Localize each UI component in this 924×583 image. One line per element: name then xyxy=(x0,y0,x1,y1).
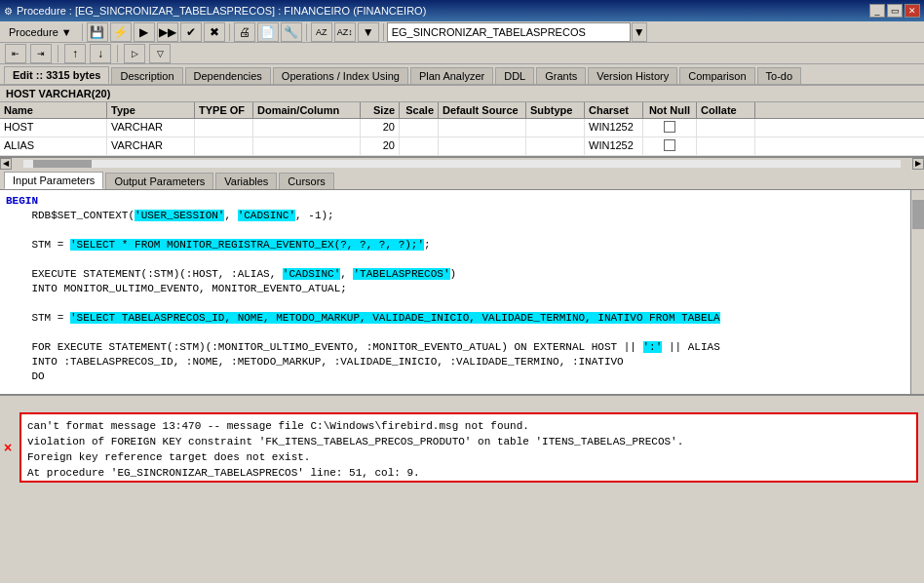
error-line-4: At procedure 'EG_SINCRONIZAR_TABELASPREC… xyxy=(27,465,910,481)
col-header-type: Type xyxy=(107,102,195,118)
code-line-11: FOR EXECUTE STATEMENT(:STM)(:MONITOR_ULT… xyxy=(6,340,918,355)
tab-todo[interactable]: To-do xyxy=(757,67,802,84)
code-line-8 xyxy=(6,296,918,311)
code-line-10 xyxy=(6,326,918,340)
close-button[interactable]: ✕ xyxy=(905,4,920,18)
tab-description[interactable]: Description xyxy=(111,67,182,84)
cancel-button[interactable]: ✖ xyxy=(204,22,225,42)
cell-typeof-1 xyxy=(195,137,253,155)
tab-comparison[interactable]: Comparison xyxy=(679,67,754,84)
sep4 xyxy=(383,23,384,41)
cell-domain-0 xyxy=(253,119,361,136)
run-button[interactable]: ▶ xyxy=(134,22,155,42)
error-line-3: Foreign key reference target does not ex… xyxy=(27,449,910,465)
tab-grants[interactable]: Grants xyxy=(536,67,586,84)
print2-button[interactable]: 📄 xyxy=(257,22,279,42)
unfold-button[interactable]: ▽ xyxy=(149,44,171,63)
col-header-subtype: Subtype xyxy=(526,102,585,118)
sep3 xyxy=(306,23,307,41)
cell-notnull-1[interactable] xyxy=(643,137,697,155)
az2-button[interactable]: AZ↕ xyxy=(334,22,356,42)
col-header-notnull: Not Null xyxy=(643,102,697,118)
tab-edit[interactable]: Edit :: 3315 bytes xyxy=(4,66,109,84)
up-button[interactable]: ↑ xyxy=(64,44,86,63)
tab-variables[interactable]: Variables xyxy=(215,173,277,189)
col-header-defsource: Default Source xyxy=(439,102,526,118)
print-button[interactable]: 🖨 xyxy=(234,22,255,42)
notnull-checkbox-0[interactable] xyxy=(664,121,675,133)
sep5 xyxy=(58,45,58,62)
cell-size-0: 20 xyxy=(361,119,400,136)
az-button[interactable]: AZ xyxy=(311,22,332,42)
col-header-size: Size xyxy=(361,102,400,118)
cell-domain-1 xyxy=(253,137,361,155)
options-button[interactable]: 🔧 xyxy=(281,22,302,42)
cell-type-0: VARCHAR xyxy=(107,119,195,136)
tab-output-params[interactable]: Output Parameters xyxy=(105,173,213,189)
check-button[interactable]: ✔ xyxy=(180,22,202,42)
cell-defsource-0 xyxy=(439,119,526,136)
sep2 xyxy=(229,23,230,41)
tab-cursors[interactable]: Cursors xyxy=(279,173,334,189)
save-button[interactable]: 💾 xyxy=(87,22,108,42)
tab-ddl[interactable]: DDL xyxy=(495,67,534,84)
indent2-button[interactable]: ⇥ xyxy=(30,44,52,63)
procedure-name-input[interactable] xyxy=(387,22,631,42)
scroll-right-btn[interactable]: ▶ xyxy=(912,158,924,170)
tab-operations[interactable]: Operations / Index Using xyxy=(273,67,408,84)
refresh-button[interactable]: ⚡ xyxy=(110,22,132,42)
tab-dependencies[interactable]: Dependencies xyxy=(185,67,271,84)
cell-notnull-0[interactable] xyxy=(643,119,697,136)
run-all-button[interactable]: ▶▶ xyxy=(157,22,178,42)
header-label: HOST VARCHAR(20) xyxy=(0,86,924,102)
cell-charset-1: WIN1252 xyxy=(585,137,643,155)
indent-button[interactable]: ⇤ xyxy=(5,44,26,63)
code-line-6: EXECUTE STATEMENT(:STM)(:HOST, :ALIAS, '… xyxy=(6,267,918,282)
tab-plan[interactable]: Plan Analyzer xyxy=(410,67,493,84)
down-button[interactable]: ↓ xyxy=(90,44,111,63)
app-icon: ⚙ xyxy=(4,6,13,17)
window-title: Procedure : [EG_SINCRONIZAR_TABELASPRECO… xyxy=(17,5,426,17)
fold-button[interactable]: ▷ xyxy=(124,44,145,63)
table-row: ALIAS VARCHAR 20 WIN1252 xyxy=(0,137,924,156)
cell-size-1: 20 xyxy=(361,137,400,155)
col-header-collate: Collate xyxy=(697,102,755,118)
cell-collate-1 xyxy=(697,137,755,155)
title-bar: ⚙ Procedure : [EG_SINCRONIZAR_TABELASPRE… xyxy=(0,0,924,21)
cell-type-1: VARCHAR xyxy=(107,137,195,155)
tab-input-params[interactable]: Input Parameters xyxy=(4,172,103,189)
cell-defsource-1 xyxy=(439,137,526,155)
dropdown-button[interactable]: ▼ xyxy=(358,22,379,42)
error-panel: can't format message 13:470 -- message f… xyxy=(19,412,918,483)
col-header-name: Name xyxy=(0,102,107,118)
notnull-checkbox-1[interactable] xyxy=(664,139,675,151)
code-scrollbar[interactable] xyxy=(910,190,924,394)
code-line-1: BEGIN xyxy=(6,194,918,209)
cell-typeof-0 xyxy=(195,119,253,136)
code-line-13: DO xyxy=(6,369,918,384)
code-line-12: INTO :TABELASPRECOS_ID, :NOME, :METODO_M… xyxy=(6,355,918,369)
col-header-charset: Charset xyxy=(585,102,643,118)
cell-name-0: HOST xyxy=(0,119,107,136)
code-line-3 xyxy=(6,223,918,238)
tab-version[interactable]: Version History xyxy=(588,67,677,84)
cell-name-1: ALIAS xyxy=(0,137,107,155)
code-editor[interactable]: BEGIN RDB$SET_CONTEXT('USER_SESSION', 'C… xyxy=(0,190,924,395)
code-line-2: RDB$SET_CONTEXT('USER_SESSION', 'CADSINC… xyxy=(6,209,918,223)
error-line-2: violation of FOREIGN KEY constraint 'FK_… xyxy=(27,434,910,449)
cell-scale-0 xyxy=(400,119,439,136)
scroll-left-btn[interactable]: ◀ xyxy=(0,158,12,170)
code-scroll-thumb[interactable] xyxy=(912,200,924,229)
scrollbar-thumb[interactable] xyxy=(33,160,92,168)
code-h-scrollbar[interactable] xyxy=(0,395,924,407)
scrollbar-track xyxy=(23,160,901,168)
restore-button[interactable]: ▭ xyxy=(887,4,903,18)
table-row: HOST VARCHAR 20 WIN1252 xyxy=(0,119,924,137)
dropdown2-button[interactable]: ▼ xyxy=(632,22,647,42)
code-line-4: STM = 'SELECT * FROM MONITOR_REGISTRA_EV… xyxy=(6,238,918,253)
minimize-button[interactable]: _ xyxy=(869,4,885,18)
procedure-menu[interactable]: Procedure ▼ xyxy=(2,23,79,41)
h-scrollbar-params[interactable]: ◀ ▶ xyxy=(0,157,924,169)
col-header-scale: Scale xyxy=(400,102,439,118)
cell-subtype-0 xyxy=(526,119,585,136)
